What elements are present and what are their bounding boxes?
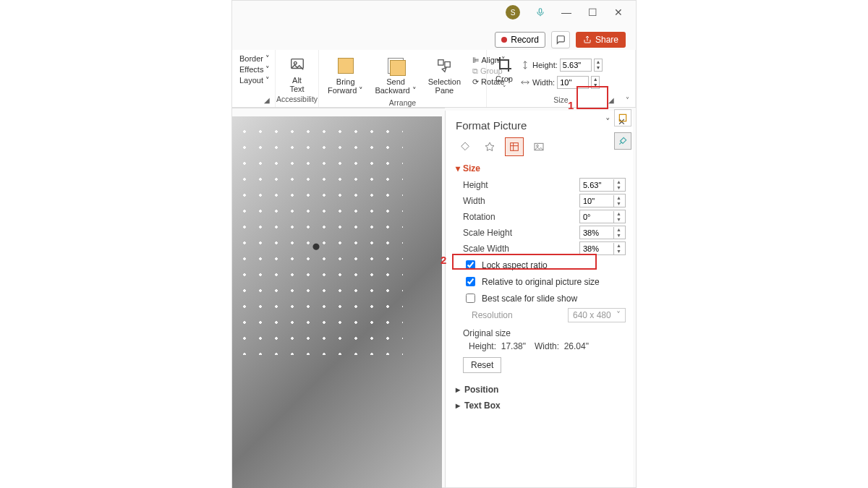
bring-forward-button[interactable]: Bring Forward ˅ (325, 54, 366, 97)
comments-button[interactable] (551, 31, 570, 48)
quick-actions: Record Share (495, 31, 626, 48)
share-button[interactable]: Share (576, 32, 626, 48)
pane-rotation-label: Rotation (463, 212, 495, 222)
ribbon-collapse-icon[interactable]: ˅ (622, 95, 632, 105)
app-window: S — ☐ ✕ Record Share Border ˅ Effects ˅ … (231, 0, 637, 488)
svg-rect-5 (511, 143, 519, 151)
alt-text-button[interactable]: Alt Text (284, 53, 310, 95)
pane-height-spinner[interactable]: ▲▼ (613, 179, 624, 191)
annotation-number-1: 1 (568, 99, 574, 111)
relative-original-label: Relative to original picture size (482, 277, 600, 287)
pane-scale-height-input[interactable] (580, 228, 613, 238)
mic-icon[interactable] (535, 7, 546, 18)
textbox-section-header[interactable]: ▸ Text Box (456, 401, 626, 411)
picture-border-menu[interactable]: Border ˅ (239, 54, 268, 64)
pane-title: Format Picture (456, 119, 626, 132)
pane-scale-width-input[interactable] (580, 244, 613, 254)
svg-point-2 (294, 61, 297, 64)
resolution-select: 640 x 480˅ (568, 308, 626, 322)
best-scale-checkbox[interactable]: Best scale for slide show (463, 291, 626, 305)
annotation-box-2 (452, 254, 597, 270)
original-size-values: Height: 17.38" Width: 26.04" (469, 341, 626, 351)
svg-rect-4 (445, 62, 450, 67)
close-button[interactable]: ✕ (613, 7, 624, 18)
pane-rotation-spinner[interactable]: ▲▼ (613, 211, 624, 223)
width-label: Width: (532, 78, 555, 87)
picture-effects-menu[interactable]: Effects ˅ (239, 65, 268, 74)
pane-rotation-input[interactable] (580, 212, 613, 222)
height-spinner[interactable]: ▲▼ (594, 59, 603, 72)
svg-point-7 (537, 145, 539, 147)
resolution-label: Resolution (472, 310, 513, 320)
pane-height-label: Height (463, 180, 488, 190)
pane-sh-spinner[interactable]: ▲▼ (613, 227, 624, 239)
send-backward-button[interactable]: Send Backward ˅ (372, 54, 419, 97)
side-tool-column (613, 109, 633, 150)
size-section-header[interactable]: ▾ Size (456, 163, 626, 174)
titlebar-controls: S — ☐ ✕ (506, 5, 624, 20)
original-size-label: Original size (463, 328, 626, 338)
width-icon (520, 77, 530, 87)
height-input[interactable] (560, 59, 592, 72)
picture-layout-menu[interactable]: Layout ˅ (239, 76, 268, 85)
accessibility-group-label: Accessibility (276, 95, 318, 105)
pane-width-spinner[interactable]: ▲▼ (613, 195, 624, 207)
arrange-group-label: Arrange (323, 98, 482, 108)
tab-fill-icon[interactable] (456, 137, 475, 156)
crop-button[interactable]: Crop˅ (495, 56, 513, 92)
minimize-button[interactable]: — (561, 7, 572, 18)
maximize-button[interactable]: ☐ (587, 7, 598, 18)
reset-button[interactable]: Reset (463, 357, 501, 373)
relative-original-checkbox[interactable]: Relative to original picture size (463, 275, 626, 288)
pane-sw-spinner[interactable]: ▲▼ (613, 243, 624, 254)
pane-height-input[interactable] (580, 180, 613, 190)
height-label: Height: (532, 61, 558, 69)
svg-rect-8 (619, 114, 626, 121)
best-scale-label: Best scale for slide show (482, 294, 577, 304)
ribbon: Border ˅ Effects ˅ Layout ˅ ◢ Alt Text A… (232, 50, 636, 108)
side-tool-designer-icon[interactable] (614, 132, 631, 150)
position-section-header[interactable]: ▸ Position (456, 385, 626, 395)
record-button[interactable]: Record (495, 32, 545, 48)
annotation-box-1 (576, 86, 608, 109)
selection-pane-button[interactable]: Selection Pane (425, 54, 464, 96)
tab-picture-icon[interactable] (529, 137, 548, 156)
annotation-number-2: 2 (441, 254, 446, 266)
pane-scale-width-label: Scale Width (463, 244, 509, 254)
svg-rect-0 (539, 9, 542, 13)
svg-rect-3 (438, 60, 443, 65)
pane-width-label: Width (463, 196, 485, 206)
styles-launcher-icon[interactable]: ◢ (262, 95, 272, 105)
pane-width-input[interactable] (580, 196, 613, 206)
image-placeholder-dots (237, 124, 403, 355)
format-picture-pane: ˅ ✕ Format Picture ▾ Size Height ▲▼ Widt… (445, 111, 633, 487)
tab-effects-icon[interactable] (480, 137, 499, 156)
tab-size-icon[interactable] (505, 137, 524, 156)
user-avatar[interactable]: S (506, 5, 520, 20)
pane-tabs (456, 137, 626, 156)
pane-options-icon[interactable]: ˅ (605, 116, 610, 127)
pane-scale-height-label: Scale Height (463, 228, 512, 238)
side-tool-shape-icon[interactable] (614, 109, 631, 127)
height-icon (520, 60, 530, 70)
